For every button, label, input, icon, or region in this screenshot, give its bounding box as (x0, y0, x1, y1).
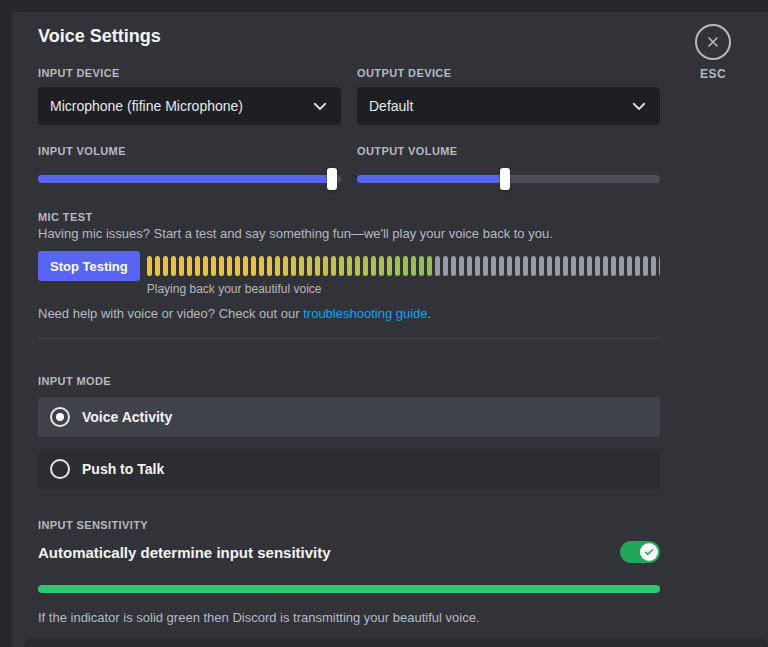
meter-bar (507, 256, 512, 276)
meter-bar (259, 256, 264, 276)
meter-bar (523, 256, 528, 276)
meter-bar (483, 256, 488, 276)
input-mode-label: INPUT MODE (38, 375, 660, 387)
meter-bar (243, 256, 248, 276)
input-volume-label: INPUT VOLUME (38, 145, 341, 157)
meter-bar (659, 256, 660, 276)
output-volume-slider[interactable] (357, 167, 660, 191)
meter-bar (539, 256, 544, 276)
input-sensitivity-section: INPUT SENSITIVITY Automatically determin… (38, 519, 660, 625)
input-mode-option-push-to-talk[interactable]: Push to Talk (38, 449, 660, 489)
meter-bar (195, 256, 200, 276)
meter-bar (603, 256, 608, 276)
window-edge-left (0, 0, 12, 647)
help-text-after: . (428, 306, 432, 321)
meter-bar (411, 256, 416, 276)
meter-bar (299, 256, 304, 276)
meter-bar (363, 256, 368, 276)
mode-option-label: Voice Activity (82, 409, 172, 425)
auto-sensitivity-label: Automatically determine input sensitivit… (38, 544, 331, 561)
auto-sensitivity-toggle[interactable] (620, 541, 660, 563)
section-divider (38, 338, 660, 339)
input-device-value: Microphone (fifine Microphone) (50, 98, 243, 114)
input-device-label: INPUT DEVICE (38, 67, 341, 79)
chevron-down-icon (630, 97, 648, 115)
meter-bar (627, 256, 632, 276)
toggle-knob (640, 543, 658, 561)
meter-bar (475, 256, 480, 276)
meter-bar (531, 256, 536, 276)
meter-bar (443, 256, 448, 276)
meter-bar (203, 256, 208, 276)
meter-bar (211, 256, 216, 276)
meter-bar (435, 256, 440, 276)
close-control: ESC (693, 24, 733, 81)
meter-bar (643, 256, 648, 276)
sensitivity-indicator-bar (38, 585, 660, 593)
volume-row: INPUT VOLUME OUTPUT VOLUME (38, 145, 660, 191)
meter-bar (579, 256, 584, 276)
input-mode-option-voice-activity[interactable]: Voice Activity (38, 397, 660, 437)
window-edge-top (0, 0, 768, 12)
meter-bar (155, 256, 160, 276)
meter-bar (547, 256, 552, 276)
device-row: INPUT DEVICE Microphone (fifine Micropho… (38, 67, 660, 125)
meter-bar (163, 256, 168, 276)
meter-bar (323, 256, 328, 276)
output-device-select[interactable]: Default (357, 87, 660, 125)
radio-unchecked-icon[interactable] (50, 459, 70, 479)
meter-bar (403, 256, 408, 276)
meter-bar (499, 256, 504, 276)
page-title: Voice Settings (38, 26, 660, 47)
meter-bar (619, 256, 624, 276)
meter-bar (563, 256, 568, 276)
meter-bar (571, 256, 576, 276)
close-icon (705, 34, 721, 50)
mic-test-section: MIC TEST Having mic issues? Start a test… (38, 211, 660, 296)
radio-checked-icon[interactable] (50, 407, 70, 427)
indicator-footnote: If the indicator is solid green then Dis… (38, 610, 660, 625)
meter-bar (651, 256, 656, 276)
slider-thumb[interactable] (500, 168, 510, 190)
meter-bar (491, 256, 496, 276)
input-device-select[interactable]: Microphone (fifine Microphone) (38, 87, 341, 125)
meter-bar (387, 256, 392, 276)
meter-bar (347, 256, 352, 276)
meter-bar (227, 256, 232, 276)
meter-bar (219, 256, 224, 276)
input-sensitivity-label: INPUT SENSITIVITY (38, 519, 660, 531)
meter-bar (595, 256, 600, 276)
meter-bar (267, 256, 272, 276)
meter-bar (427, 256, 432, 276)
slider-thumb[interactable] (327, 168, 337, 190)
playback-caption: Playing back your beautiful voice (147, 282, 660, 296)
meter-bar (451, 256, 456, 276)
input-volume-slider[interactable] (38, 167, 341, 191)
output-device-value: Default (369, 98, 413, 114)
stop-testing-button[interactable]: Stop Testing (38, 251, 140, 281)
meter-bar (587, 256, 592, 276)
esc-label: ESC (693, 67, 733, 81)
help-text-before: Need help with voice or video? Check out… (38, 306, 303, 321)
meter-bar (371, 256, 376, 276)
meter-bar (419, 256, 424, 276)
meter-bar (251, 256, 256, 276)
output-volume-label: OUTPUT VOLUME (357, 145, 660, 157)
mic-test-label: MIC TEST (38, 211, 660, 223)
meter-bar (355, 256, 360, 276)
mic-test-description: Having mic issues? Start a test and say … (38, 225, 660, 243)
chevron-down-icon (311, 97, 329, 115)
troubleshooting-guide-link[interactable]: troubleshooting guide (303, 306, 427, 321)
slider-fill (357, 175, 505, 183)
close-button[interactable] (695, 24, 731, 60)
meter-bar (235, 256, 240, 276)
mic-level-meter (147, 251, 660, 281)
meter-bar (179, 256, 184, 276)
next-section-edge (24, 639, 768, 647)
meter-bar (467, 256, 472, 276)
meter-bar (283, 256, 288, 276)
meter-bar (611, 256, 616, 276)
meter-bar (307, 256, 312, 276)
meter-bar (291, 256, 296, 276)
meter-bar (275, 256, 280, 276)
